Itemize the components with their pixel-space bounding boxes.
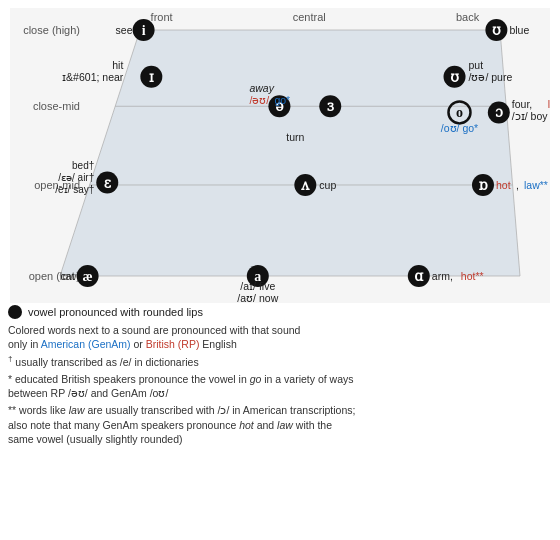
svg-text:blue: blue	[509, 24, 529, 36]
svg-text:/ɔɪ/ boy: /ɔɪ/ boy	[512, 110, 548, 122]
note-asterisk: * educated British speakers pronounce th…	[8, 372, 552, 400]
svg-text:bed†: bed†	[72, 160, 94, 171]
svg-text:ɪ: ɪ	[149, 70, 154, 85]
svg-text:away: away	[249, 82, 274, 94]
svg-text:/aʊ/ now: /aʊ/ now	[237, 292, 278, 303]
main-container: frontcentralbackclose (high)close-midope…	[0, 0, 560, 540]
svg-text:close (high): close (high)	[23, 24, 80, 36]
svg-text:central: central	[293, 11, 326, 23]
svg-text:o: o	[456, 105, 463, 120]
svg-text:/ʊə/ pure: /ʊə/ pure	[469, 71, 513, 83]
vowel-chart: frontcentralbackclose (high)close-midope…	[10, 8, 550, 308]
svg-text:/ɛə/ air†: /ɛə/ air†	[58, 172, 94, 183]
svg-text:ɪ&#601; near: ɪ&#601; near	[62, 71, 124, 83]
svg-text:/əʊ/: /əʊ/	[249, 94, 269, 106]
legend-text: vowel pronounced with rounded lips	[28, 306, 203, 318]
notes-area: vowel pronounced with rounded lips Color…	[8, 305, 552, 540]
svg-text:cup: cup	[319, 179, 336, 191]
svg-text:turn: turn	[286, 131, 304, 143]
svg-text:put: put	[469, 59, 484, 71]
svg-text:back: back	[456, 11, 480, 23]
svg-text:front: front	[151, 11, 173, 23]
svg-text:,: ,	[516, 179, 519, 191]
svg-text:ɜ: ɜ	[327, 99, 335, 114]
svg-text:ɒ: ɒ	[479, 178, 489, 193]
svg-text:law: law	[548, 98, 550, 110]
legend-row: vowel pronounced with rounded lips	[8, 305, 552, 319]
svg-text:arm,: arm,	[432, 270, 453, 282]
svg-text:ɛ: ɛ	[104, 176, 112, 191]
svg-text:ɔ: ɔ	[495, 105, 503, 120]
svg-text:go*: go*	[274, 94, 290, 106]
svg-text:æ: æ	[83, 269, 93, 284]
svg-text:/eɪ/ say†: /eɪ/ say†	[55, 184, 94, 195]
svg-text:hot**: hot**	[461, 270, 484, 282]
svg-text:/aɪ/ five: /aɪ/ five	[240, 280, 275, 292]
svg-text:ʊ: ʊ	[492, 23, 501, 38]
svg-text:hot: hot	[496, 179, 511, 191]
svg-text:/oʊ/ go*: /oʊ/ go*	[441, 122, 478, 134]
svg-text:i: i	[142, 23, 146, 38]
svg-text:see: see	[116, 24, 133, 36]
svg-text:hit: hit	[112, 59, 123, 71]
svg-text:ɑ: ɑ	[414, 269, 424, 284]
note-double-asterisk: ** words like law are usually transcribe…	[8, 403, 552, 446]
svg-text:cat: cat	[61, 270, 75, 282]
svg-text:law**: law**	[524, 179, 548, 191]
svg-text:ʊ: ʊ	[450, 70, 459, 85]
note-dagger: † usually transcribed as /e/ in dictiona…	[8, 354, 552, 369]
svg-text:ʌ: ʌ	[300, 178, 310, 193]
svg-text:four,: four,	[512, 98, 532, 110]
svg-text:close-mid: close-mid	[33, 100, 80, 112]
note-colored-words: Colored words next to a sound are pronou…	[8, 323, 552, 351]
legend-dot-icon	[8, 305, 22, 319]
